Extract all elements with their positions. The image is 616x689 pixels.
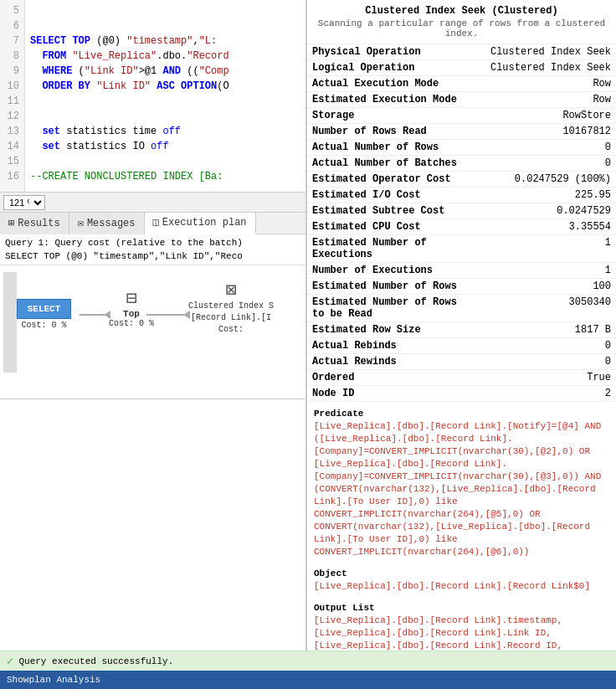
predicate-label: Predicate xyxy=(314,409,609,419)
query-line2: SELECT TOP (@0) "timestamp","Link ID","R… xyxy=(5,249,300,263)
table-row: Number of Rows Read10167812 xyxy=(307,124,616,140)
code-line: ORDER BY "Link ID" ASC OPTION(O xyxy=(30,79,300,94)
table-row: Physical OperationClustered Index Seek xyxy=(307,44,616,60)
success-icon: ✓ xyxy=(7,654,13,668)
table-row: Actual Number of Batches0 xyxy=(307,156,616,172)
top-cost: Cost: 0 % xyxy=(109,319,154,328)
main-layout: 5 6 7 8 9 10 11 12 13 14 15 16 SELECT xyxy=(0,0,616,689)
query-line1: Query 1: Query cost (relative to the bat… xyxy=(5,236,300,249)
execution-plan-canvas[interactable]: SELECT Cost: 0 % ⊟ Top Cost: 0 % xyxy=(0,265,305,399)
messages-icon: ✉ xyxy=(78,217,84,229)
clustered-index-node: ⊠ Clustered Index S [Record Link].[I Cos… xyxy=(188,282,274,336)
showplan-label: Showplan Analysis xyxy=(7,675,100,685)
table-row: Estimated Row Size1817 B xyxy=(307,322,616,338)
table-row: Estimated I/O Cost225.95 xyxy=(307,188,616,203)
tab-execution-plan[interactable]: ◫ Execution plan xyxy=(145,213,256,234)
zoom-select[interactable]: 121 % 100 % 75 % xyxy=(3,195,45,210)
tooltip-table: Physical OperationClustered Index Seek L… xyxy=(307,44,616,402)
object-text: [Live_Replica].[dbo].[Record Link].[Reco… xyxy=(314,580,609,593)
results-label: Results xyxy=(18,218,59,229)
top-label: Top xyxy=(123,309,140,319)
code-line: FROM "Live_Replica".dbo."Record xyxy=(30,49,300,64)
tabs-bar: ⊞ Results ✉ Messages ◫ Execution plan xyxy=(0,213,305,234)
predicate-section: Predicate [Live_Replica].[dbo].[Record L… xyxy=(307,402,616,562)
tooltip-title: Clustered Index Seek (Clustered) xyxy=(314,5,609,17)
table-row: Estimated Number of Rows100 xyxy=(307,279,616,295)
code-line: SELECT TOP (@0) "timestamp","L: xyxy=(30,33,300,49)
table-row: Estimated Number of Executions1 xyxy=(307,235,616,263)
status-text: Query executed successfully. xyxy=(18,656,173,666)
arrow2 xyxy=(146,311,190,319)
table-row: Estimated Number of Rows to be Read30503… xyxy=(307,295,616,322)
code-editor: 5 6 7 8 9 10 11 12 13 14 15 16 SELECT xyxy=(0,0,305,193)
zoom-bar: 121 % 100 % 75 % xyxy=(0,193,305,213)
table-row: OrderedTrue xyxy=(307,370,616,386)
tooltip-subtitle: Scanning a particular range of rows from… xyxy=(314,18,609,39)
tab-messages[interactable]: ✉ Messages xyxy=(69,213,145,234)
tooltip-panel: Clustered Index Seek (Clustered) Scannin… xyxy=(306,0,616,650)
table-row: Estimated CPU Cost3.35554 xyxy=(307,219,616,235)
arrow1 xyxy=(80,311,110,319)
select-node: SELECT Cost: 0 % xyxy=(17,299,71,330)
results-icon: ⊞ xyxy=(8,217,14,229)
execution-plan-icon: ◫ xyxy=(153,216,159,229)
table-row: StorageRowStore xyxy=(307,108,616,124)
code-line xyxy=(30,154,300,169)
object-section: Object [Live_Replica].[dbo].[Record Link… xyxy=(307,562,616,596)
table-row: Actual Rewinds0 xyxy=(307,354,616,370)
table-row: Estimated Execution ModeRow xyxy=(307,92,616,108)
top-node: ⊟ Top Cost: 0 % xyxy=(109,291,154,328)
table-row: Actual Execution ModeRow xyxy=(307,76,616,92)
output-text: [Live_Replica].[dbo].[Record Link].times… xyxy=(314,614,609,650)
table-row: Actual Number of Rows0 xyxy=(307,140,616,156)
code-line: WHERE ("Link ID">@1 AND (("Comp xyxy=(30,64,300,79)
plan-edge-marker xyxy=(3,272,17,373)
code-line xyxy=(30,109,300,124)
output-section: Output List [Live_Replica].[dbo].[Record… xyxy=(307,596,616,650)
select-cost: Cost: 0 % xyxy=(21,321,66,330)
clustered-icon: ⊠ xyxy=(225,282,236,301)
showplan-bar: Showplan Analysis xyxy=(0,671,616,689)
status-bar: ✓ Query executed successfully. xyxy=(0,650,616,671)
table-row: Estimated Operator Cost0.0247529 (100%) xyxy=(307,172,616,188)
select-box[interactable]: SELECT xyxy=(17,299,71,319)
code-line xyxy=(30,18,300,33)
output-label: Output List xyxy=(314,603,609,613)
code-line: --CREATE NONCLUSTERED INDEX [Ba: xyxy=(30,169,300,184)
code-line xyxy=(30,94,300,109)
top-icon: ⊟ xyxy=(126,291,136,309)
code-lines[interactable]: SELECT TOP (@0) "timestamp","L: FROM "Li… xyxy=(25,0,305,192)
messages-label: Messages xyxy=(87,218,136,229)
line-numbers: 5 6 7 8 9 10 11 12 13 14 15 16 xyxy=(0,0,25,192)
table-row: Estimated Subtree Cost0.0247529 xyxy=(307,203,616,219)
table-row: Actual Rebinds0 xyxy=(307,338,616,354)
code-line xyxy=(30,3,300,18)
left-side: 5 6 7 8 9 10 11 12 13 14 15 16 SELECT xyxy=(0,0,306,650)
tab-results[interactable]: ⊞ Results xyxy=(0,213,69,234)
table-row: Number of Executions1 xyxy=(307,263,616,279)
code-line: set statistics IO off xyxy=(30,139,300,154)
split-area: 5 6 7 8 9 10 11 12 13 14 15 16 SELECT xyxy=(0,0,616,650)
predicate-text: [Live_Replica].[dbo].[Record Link].[Noti… xyxy=(314,420,609,558)
tooltip-header: Clustered Index Seek (Clustered) Scannin… xyxy=(307,0,616,44)
clustered-label: Clustered Index S [Record Link].[I Cost: xyxy=(188,301,274,336)
table-row: Node ID2 xyxy=(307,386,616,402)
object-label: Object xyxy=(314,568,609,578)
table-row: Logical OperationClustered Index Seek xyxy=(307,60,616,76)
execution-plan-label: Execution plan xyxy=(162,217,247,229)
code-line: set statistics time off xyxy=(30,124,300,139)
query-info: Query 1: Query cost (relative to the bat… xyxy=(0,234,305,265)
